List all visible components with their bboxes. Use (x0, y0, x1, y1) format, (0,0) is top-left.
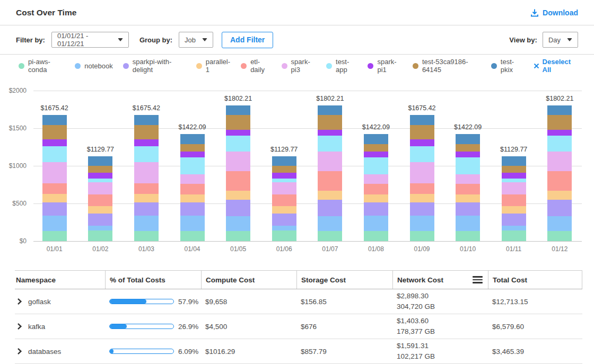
stacked-bar-01-04[interactable]: $1422.09 (180, 134, 205, 241)
legend-item[interactable]: spark-pi1 (368, 58, 402, 74)
bar-segment-notebook[interactable] (226, 216, 250, 231)
bar-segment-etl-daily[interactable] (456, 184, 480, 194)
bar-segment-spark-pi3[interactable] (318, 152, 342, 171)
add-filter-button[interactable]: Add Filter (222, 32, 273, 48)
chevron-right-icon[interactable] (17, 323, 22, 330)
stacked-bar-01-03[interactable]: $1675.42 (134, 115, 159, 241)
bar-segment-test-pkix[interactable] (226, 105, 250, 115)
bar-segment-test-pkix[interactable] (410, 115, 434, 125)
bar-segment-test-pkix[interactable] (272, 156, 296, 166)
column-header-total-cost[interactable]: Total Cost (488, 271, 582, 289)
bar-segment-spark-pi3[interactable] (410, 162, 434, 183)
bar-segment-pi-aws-conda[interactable] (180, 231, 205, 241)
bar-segment-test-pkix[interactable] (180, 134, 205, 144)
bar-segment-spark-pi1[interactable] (42, 139, 67, 146)
bar-segment-sparkpi-with-delight[interactable] (318, 200, 342, 216)
bar-segment-test-app[interactable] (502, 179, 526, 182)
stacked-bar-01-05[interactable]: $1802.21 (226, 105, 250, 241)
bar-segment-etl-daily[interactable] (502, 194, 526, 206)
bar-segment-etl-daily[interactable] (272, 194, 296, 206)
bar-segment-spark-pi3[interactable] (502, 182, 526, 194)
bar-segment-sparkpi-with-delight[interactable] (226, 200, 250, 216)
bar-segment-parallel-1[interactable] (318, 191, 342, 200)
bar-segment-test-app[interactable] (180, 157, 205, 174)
legend-item[interactable]: test-53ca9186-64145 (413, 58, 481, 74)
bar-segment-parallel-1[interactable] (226, 191, 250, 200)
bar-segment-etl-daily[interactable] (364, 184, 388, 194)
column-header-namespace[interactable]: Namespace (15, 271, 105, 289)
stacked-bar-01-08[interactable]: $1422.09 (364, 134, 388, 241)
bar-segment-notebook[interactable] (410, 216, 434, 231)
bar-segment-sparkpi-with-delight[interactable] (502, 214, 526, 226)
namespace-cell[interactable]: kafka (15, 323, 105, 331)
bar-segment-spark-pi3[interactable] (88, 182, 112, 194)
bar-segment-test-app[interactable] (547, 136, 572, 152)
bar-segment-notebook[interactable] (318, 216, 342, 231)
bar-segment-pi-aws-conda[interactable] (410, 231, 434, 241)
bar-segment-test-53ca9186-64145[interactable] (502, 166, 526, 173)
bar-segment-spark-pi1[interactable] (226, 130, 250, 136)
bar-segment-test-pkix[interactable] (88, 156, 112, 166)
bar-segment-parallel-1[interactable] (180, 194, 205, 202)
table-row[interactable]: databases 6.09% $1016.29 $857.79 $1,591.… (15, 339, 582, 364)
legend-item[interactable]: test-app (326, 58, 357, 74)
bar-segment-spark-pi3[interactable] (364, 174, 388, 184)
bar-segment-sparkpi-with-delight[interactable] (456, 202, 480, 216)
bar-segment-pi-aws-conda[interactable] (134, 231, 159, 241)
bar-segment-etl-daily[interactable] (88, 194, 112, 206)
bar-segment-parallel-1[interactable] (410, 194, 434, 202)
bar-segment-test-pkix[interactable] (502, 156, 526, 166)
bar-segment-test-pkix[interactable] (134, 115, 159, 125)
bar-segment-parallel-1[interactable] (88, 206, 112, 214)
bar-segment-sparkpi-with-delight[interactable] (42, 202, 67, 216)
bar-segment-pi-aws-conda[interactable] (42, 231, 67, 241)
deselect-all-button[interactable]: Deselect All (534, 58, 578, 74)
bar-segment-parallel-1[interactable] (502, 206, 526, 214)
bar-segment-sparkpi-with-delight[interactable] (88, 214, 112, 226)
bar-segment-spark-pi3[interactable] (547, 152, 572, 171)
namespace-cell[interactable]: goflask (15, 298, 105, 306)
bar-segment-test-app[interactable] (88, 179, 112, 182)
column-header-pct-total-costs[interactable]: % of Total Costs (105, 271, 201, 289)
stacked-bar-01-11[interactable]: $1129.77 (502, 156, 526, 241)
bar-segment-etl-daily[interactable] (318, 171, 342, 191)
legend-item[interactable]: spark-pi3 (282, 58, 316, 74)
bar-segment-test-53ca9186-64145[interactable] (88, 166, 112, 173)
namespace-cell[interactable]: databases (15, 348, 105, 356)
bar-segment-etl-daily[interactable] (134, 183, 159, 194)
group-by-dropdown[interactable]: Job (179, 32, 213, 48)
view-by-dropdown[interactable]: Day (543, 32, 578, 48)
bar-segment-pi-aws-conda[interactable] (88, 230, 112, 241)
bar-segment-test-53ca9186-64145[interactable] (226, 115, 250, 130)
bar-segment-sparkpi-with-delight[interactable] (410, 202, 434, 216)
bar-segment-notebook[interactable] (502, 226, 526, 230)
bar-segment-notebook[interactable] (88, 226, 112, 230)
bar-segment-parallel-1[interactable] (42, 194, 67, 202)
bar-segment-parallel-1[interactable] (134, 194, 159, 202)
bar-segment-test-app[interactable] (272, 179, 296, 182)
bar-segment-parallel-1[interactable] (272, 206, 296, 214)
bar-segment-pi-aws-conda[interactable] (547, 231, 572, 241)
legend-item[interactable]: notebook (75, 62, 113, 70)
bar-segment-spark-pi1[interactable] (547, 130, 572, 136)
table-row[interactable]: kafka 26.9% $4,500 $676 $1,403.60 178,37… (15, 314, 582, 339)
bar-segment-test-pkix[interactable] (42, 115, 67, 125)
bar-segment-test-pkix[interactable] (318, 105, 342, 115)
bar-segment-sparkpi-with-delight[interactable] (547, 200, 572, 216)
bar-segment-spark-pi1[interactable] (272, 173, 296, 179)
bar-segment-spark-pi3[interactable] (456, 174, 480, 184)
bar-segment-etl-daily[interactable] (226, 171, 250, 191)
bar-segment-spark-pi3[interactable] (272, 182, 296, 194)
stacked-bar-01-06[interactable]: $1129.77 (272, 156, 296, 241)
legend-item[interactable]: pi-aws-conda (19, 58, 65, 74)
bar-segment-test-53ca9186-64145[interactable] (410, 125, 434, 139)
column-header-compute-cost[interactable]: Compute Cost (201, 271, 296, 289)
bar-segment-pi-aws-conda[interactable] (318, 231, 342, 241)
bar-segment-spark-pi3[interactable] (180, 174, 205, 184)
table-row[interactable]: goflask 57.9% $9,658 $156.85 $2,898.30 3… (15, 289, 582, 314)
stacked-bar-01-10[interactable]: $1422.09 (456, 134, 480, 241)
bar-segment-pi-aws-conda[interactable] (364, 231, 388, 241)
bar-segment-etl-daily[interactable] (180, 184, 205, 194)
bar-segment-etl-daily[interactable] (410, 183, 434, 194)
bar-segment-test-53ca9186-64145[interactable] (318, 115, 342, 130)
